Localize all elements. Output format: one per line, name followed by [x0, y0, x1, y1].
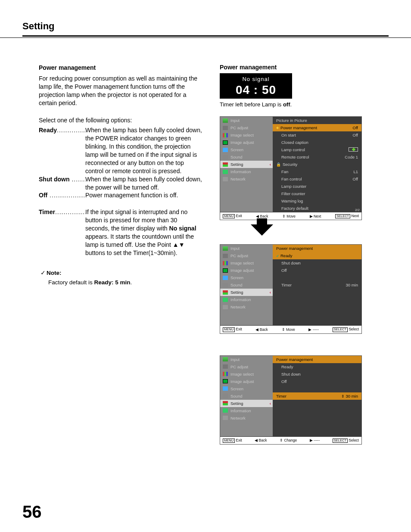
menu-row-spacer	[273, 296, 361, 303]
check-icon: ✔	[276, 254, 279, 258]
sound-icon	[223, 394, 228, 398]
option-desc: When the lamp has been fully cooled down…	[85, 126, 202, 175]
page-header: Setting	[0, 0, 411, 34]
menu-row: Shut down	[273, 259, 361, 267]
image-adjust-icon	[223, 379, 228, 383]
sidebar-item-imgsel: Image select	[220, 131, 273, 139]
image-adjust-icon	[223, 140, 228, 145]
right-heading: Power management	[220, 64, 375, 71]
no-signal-label: No signal	[220, 76, 292, 82]
info-icon	[223, 298, 228, 302]
sidebar-item-sound: Sound	[220, 392, 273, 400]
image-select-icon	[223, 261, 228, 265]
sidebar-item-imgadj: Image adjust	[220, 267, 273, 274]
menu-row: Picture in Picture	[273, 117, 361, 124]
osd-screenshot-3: Input PC adjust Image select Image adjus…	[220, 355, 362, 445]
sidebar-item-screen: Screen	[220, 146, 273, 153]
sidebar-item-info: Information	[220, 407, 273, 414]
osd-screenshot-2: Input PC adjust Image select Image adjus…	[220, 244, 362, 333]
right-column: Power management No signal 04 : 50 Timer…	[220, 64, 375, 445]
monitor-icon	[223, 254, 228, 258]
select-prompt: Select one of the following options:	[39, 116, 202, 124]
menu-row: Filter counter	[273, 190, 361, 197]
header-rule	[22, 35, 389, 37]
select-key-icon: SELECT	[333, 439, 348, 443]
sidebar-item-pc: PC adjust	[220, 252, 273, 259]
menu-row: Closed caption	[273, 139, 361, 146]
updown-icon: ⇕	[341, 394, 345, 398]
option-timer: Timer................... If the input si…	[39, 208, 202, 257]
screen-icon	[223, 386, 228, 391]
info-icon	[223, 170, 228, 174]
menu-row-spacer	[273, 429, 361, 436]
menu-row-highlighted: ◆Power managementOff	[273, 124, 361, 131]
note-body: Factory default is Ready: 5 min.	[48, 279, 202, 286]
option-term: Ready..................	[39, 126, 85, 134]
image-select-icon	[223, 133, 228, 137]
updown-icon: ⇕	[282, 327, 285, 332]
option-desc: Power management function is off.	[85, 191, 202, 199]
osd-main-panel: Power management ✔Ready Shut down Off Ti…	[273, 245, 361, 325]
option-term: Timer...................	[39, 208, 85, 216]
menu-row-spacer	[273, 289, 361, 296]
sidebar-item-info: Information	[220, 168, 273, 175]
setting-icon	[223, 290, 228, 295]
menu-key-icon: MENU	[223, 439, 235, 443]
sound-icon	[223, 283, 228, 287]
menu-row: Ready	[273, 363, 361, 370]
screen-icon	[223, 276, 228, 280]
menu-row: Remote controlCode 1	[273, 153, 361, 161]
screen-icon	[223, 148, 228, 152]
sidebar-item-input: Input	[220, 117, 273, 124]
left-column: Power management For reducing power cons…	[39, 64, 202, 445]
menu-row-timer: Timer30 min	[273, 281, 361, 289]
setting-icon	[223, 401, 228, 405]
check-icon: ✓	[40, 270, 46, 276]
menu-key-icon: MENU	[223, 327, 235, 332]
option-desc: When the lamp has been fully cooled down…	[85, 175, 202, 192]
image-select-icon	[223, 372, 228, 376]
sidebar-item-setting: Setting	[220, 161, 273, 168]
sidebar-item-screen: Screen	[220, 274, 273, 281]
menu-row-spacer	[273, 274, 361, 281]
menu-row-highlighted: Timer⇕ 30 min	[273, 392, 361, 400]
sidebar-item-input: Input	[220, 356, 273, 363]
osd-sidebar: Input PC adjust Image select Image adjus…	[220, 356, 273, 436]
note-label: Note:	[47, 270, 62, 276]
menu-row: Lamp control	[273, 146, 361, 153]
page-indicator: 2/2	[355, 208, 360, 212]
updown-icon: ⇕	[280, 438, 283, 442]
menu-row-spacer	[273, 407, 361, 414]
osd-sidebar: Input PC adjust Image select Image adjus…	[220, 245, 273, 325]
menu-row: Factory default	[273, 205, 361, 212]
diamond-icon: ◆	[276, 126, 279, 130]
menu-row: FanL1	[273, 168, 361, 175]
updown-arrows-icon: ▲▼	[173, 241, 185, 248]
sound-icon	[223, 155, 228, 159]
menu-row: Off	[273, 267, 361, 274]
down-arrow-icon	[251, 224, 273, 236]
countdown-clock: 04 : 50	[220, 83, 292, 97]
option-shutdown: Shut down .......... When the lamp has b…	[39, 175, 202, 192]
network-icon	[223, 416, 228, 420]
sidebar-item-imgadj: Image adjust	[220, 378, 273, 385]
menu-row-spacer	[273, 303, 361, 311]
option-desc: If the input signal is interrupted and n…	[85, 208, 202, 257]
menu-row: On startOff	[273, 131, 361, 139]
info-icon	[223, 408, 228, 413]
menu-row-spacer	[273, 318, 361, 325]
sidebar-item-screen: Screen	[220, 385, 273, 392]
menu-row-spacer	[273, 422, 361, 429]
section-heading: Power management	[39, 64, 202, 72]
option-term: Off .......................	[39, 191, 85, 199]
note-block: ✓Note: Factory default is Ready: 5 min.	[40, 269, 202, 286]
option-off: Off ....................... Power manage…	[39, 191, 202, 199]
lock-icon: 🔒	[276, 162, 281, 167]
option-term: Shut down ..........	[39, 175, 85, 184]
select-key-icon: SELECT	[333, 327, 348, 332]
menu-row: Fan controlOff	[273, 175, 361, 183]
menu-row: 🔒Security	[273, 161, 361, 168]
select-key-icon: SELECT	[335, 214, 350, 218]
input-icon	[223, 357, 228, 361]
setting-icon	[223, 162, 228, 167]
